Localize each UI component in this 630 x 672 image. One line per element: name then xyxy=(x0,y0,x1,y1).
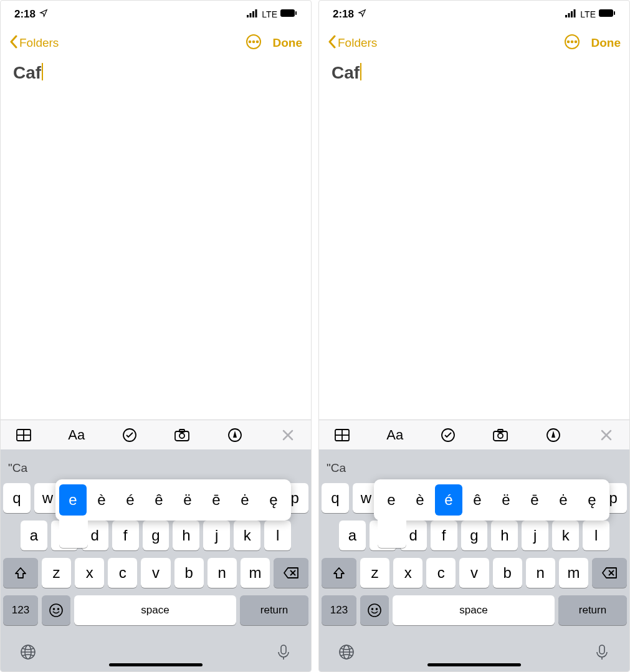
back-button[interactable]: Folders xyxy=(328,35,377,52)
space-key[interactable]: space xyxy=(74,595,236,625)
shift-key[interactable] xyxy=(3,558,38,588)
key-l[interactable]: l xyxy=(264,521,291,550)
key-q[interactable]: q xyxy=(322,483,349,513)
close-icon[interactable] xyxy=(597,426,616,444)
key-a[interactable]: a xyxy=(21,521,47,550)
key-q[interactable]: q xyxy=(3,483,31,513)
accent-option[interactable]: ē xyxy=(521,484,548,516)
key-f[interactable]: f xyxy=(112,521,139,550)
return-key[interactable]: return xyxy=(240,595,308,625)
accent-option[interactable]: e xyxy=(378,484,405,516)
svg-point-37 xyxy=(567,41,569,42)
shift-key[interactable] xyxy=(322,558,356,588)
backspace-key[interactable] xyxy=(274,558,308,588)
accent-option[interactable]: è xyxy=(88,484,115,516)
status-bar: 2:18 LTE xyxy=(319,1,629,28)
text-format-button[interactable]: Aa xyxy=(386,426,404,444)
note-body[interactable]: Caf xyxy=(1,58,311,420)
key-k[interactable]: k xyxy=(552,521,579,550)
text-format-button[interactable]: Aa xyxy=(67,426,86,444)
key-g[interactable]: g xyxy=(461,521,488,550)
backspace-key[interactable] xyxy=(592,558,627,588)
key-v[interactable]: v xyxy=(459,558,489,588)
key-j[interactable]: j xyxy=(522,521,548,550)
key-c[interactable]: c xyxy=(108,558,137,588)
keyboard: "Ca e è é ê ë ē ė ę q w e r t y u i o p xyxy=(319,449,629,635)
emoji-key[interactable] xyxy=(360,595,389,625)
key-a[interactable]: a xyxy=(339,521,366,550)
accent-option[interactable]: è xyxy=(406,484,434,516)
svg-rect-2 xyxy=(252,11,254,17)
done-button[interactable]: Done xyxy=(591,36,621,50)
home-indicator[interactable] xyxy=(109,663,203,666)
accent-option[interactable]: ę xyxy=(260,484,287,516)
numeric-key[interactable]: 123 xyxy=(3,595,38,625)
key-k[interactable]: k xyxy=(234,521,260,550)
svg-rect-1 xyxy=(250,13,252,17)
return-key[interactable]: return xyxy=(558,595,627,625)
accent-option[interactable]: ē xyxy=(203,484,230,516)
key-f[interactable]: f xyxy=(431,521,457,550)
svg-rect-16 xyxy=(179,430,184,432)
accent-option[interactable]: ė xyxy=(550,484,577,516)
back-button[interactable]: Folders xyxy=(9,35,59,52)
key-x[interactable]: x xyxy=(75,558,104,588)
key-z[interactable]: z xyxy=(42,558,71,588)
checklist-icon[interactable] xyxy=(120,426,139,444)
accent-option[interactable]: ë xyxy=(492,484,520,516)
key-h[interactable]: h xyxy=(491,521,518,550)
svg-point-52 xyxy=(368,604,381,617)
accent-option[interactable]: ê xyxy=(145,484,173,516)
key-m[interactable]: m xyxy=(241,558,270,588)
home-indicator[interactable] xyxy=(427,663,521,666)
suggestion-text[interactable]: "Ca xyxy=(8,461,27,475)
checklist-icon[interactable] xyxy=(439,426,457,444)
location-icon xyxy=(39,8,48,21)
emoji-key[interactable] xyxy=(42,595,70,625)
globe-icon[interactable] xyxy=(338,643,355,663)
key-m[interactable]: m xyxy=(559,558,588,588)
more-button[interactable] xyxy=(564,34,580,53)
suggestion-text[interactable]: "Ca xyxy=(327,461,346,475)
accent-option[interactable]: ę xyxy=(578,484,606,516)
key-v[interactable]: v xyxy=(141,558,170,588)
accent-option[interactable]: ė xyxy=(231,484,259,516)
accent-option[interactable]: é xyxy=(435,484,462,516)
globe-icon[interactable] xyxy=(19,643,37,663)
accent-option[interactable]: ë xyxy=(174,484,201,516)
key-n[interactable]: n xyxy=(526,558,555,588)
close-icon[interactable] xyxy=(279,426,297,444)
numeric-key[interactable]: 123 xyxy=(322,595,356,625)
camera-icon[interactable] xyxy=(173,426,191,444)
key-h[interactable]: h xyxy=(173,521,199,550)
key-n[interactable]: n xyxy=(208,558,237,588)
key-j[interactable]: j xyxy=(203,521,230,550)
accent-option[interactable]: e xyxy=(59,484,87,516)
key-g[interactable]: g xyxy=(143,521,169,550)
markup-icon[interactable] xyxy=(544,426,563,444)
more-button[interactable] xyxy=(246,34,262,53)
table-icon[interactable] xyxy=(14,426,33,444)
key-b[interactable]: b xyxy=(493,558,522,588)
space-key[interactable]: space xyxy=(393,595,555,625)
mic-icon[interactable] xyxy=(593,643,611,663)
camera-icon[interactable] xyxy=(491,426,510,444)
key-l[interactable]: l xyxy=(583,521,609,550)
svg-rect-0 xyxy=(247,15,249,17)
key-x[interactable]: x xyxy=(393,558,422,588)
accent-option[interactable]: é xyxy=(117,484,144,516)
accent-option[interactable]: ê xyxy=(464,484,491,516)
done-button[interactable]: Done xyxy=(273,36,303,50)
note-body[interactable]: Caf xyxy=(319,58,629,420)
text-cursor xyxy=(360,63,361,80)
svg-point-22 xyxy=(50,604,62,617)
back-label: Folders xyxy=(338,36,377,50)
markup-icon[interactable] xyxy=(226,426,244,444)
key-z[interactable]: z xyxy=(360,558,389,588)
table-icon[interactable] xyxy=(333,426,351,444)
phone-left: 2:18 LTE Folders Done xyxy=(0,0,312,672)
battery-icon xyxy=(280,8,297,21)
key-c[interactable]: c xyxy=(426,558,456,588)
mic-icon[interactable] xyxy=(275,643,292,663)
key-b[interactable]: b xyxy=(174,558,204,588)
